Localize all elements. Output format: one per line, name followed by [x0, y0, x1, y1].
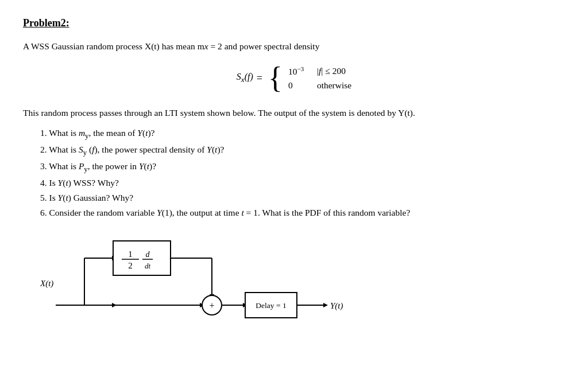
- svg-text:1: 1: [129, 250, 133, 259]
- formula-lhs: Sx(f): [237, 72, 253, 84]
- svg-marker-24: [323, 303, 328, 307]
- intro-part1: A WSS Gaussian random process X(t) has m…: [23, 41, 204, 51]
- svg-text:Delay = 1: Delay = 1: [256, 301, 287, 310]
- question-1: 1. What is my, the mean of Y(t)?: [40, 126, 565, 142]
- svg-text:+: +: [210, 301, 215, 310]
- svg-text:dt: dt: [145, 262, 151, 270]
- case1-condition: |f| ≤ 200: [317, 66, 346, 76]
- problem-title: Problem2:: [23, 17, 565, 29]
- question-5: 5. Is Y(t) Gaussian? Why?: [40, 190, 565, 205]
- questions-list: 1. What is my, the mean of Y(t)? 2. What…: [23, 126, 565, 221]
- passage-text: This random process passes through an LT…: [23, 106, 565, 120]
- input-label: X(t): [40, 279, 53, 289]
- case-row-2: 0 otherwise: [288, 80, 351, 91]
- svg-text:Y(t): Y(t): [330, 301, 343, 311]
- piecewise-brace: {: [268, 63, 283, 93]
- diagram-area: X(t) 1 2 d dt: [23, 232, 565, 336]
- question-3: 3. What is Py, the power in Y(t)?: [40, 159, 565, 176]
- intro-text: A WSS Gaussian random process X(t) has m…: [23, 40, 565, 53]
- diagram-svg: 1 2 d dt + Delay = 1: [56, 235, 400, 333]
- case1-value: 10−3: [288, 65, 311, 77]
- svg-text:d: d: [146, 250, 150, 259]
- case2-condition: otherwise: [317, 80, 351, 91]
- svg-rect-5: [113, 241, 171, 275]
- case2-value: 0: [288, 80, 311, 91]
- question-2: 2. What is Sy (f), the power spectral de…: [40, 142, 565, 159]
- diagram-container: 1 2 d dt + Delay = 1: [56, 235, 400, 333]
- case-row-1: 10−3 |f| ≤ 200: [288, 65, 351, 77]
- formula-equals: =: [257, 72, 262, 84]
- svg-text:2: 2: [129, 261, 133, 270]
- formula-block: Sx(f) = { 10−3 |f| ≤ 200 0 otherwise: [23, 63, 565, 93]
- intro-part2: = 2 and power spectral density: [208, 41, 320, 51]
- subscript-x: x: [204, 41, 208, 51]
- question-6: 6. Consider the random variable Y(1), th…: [40, 205, 565, 220]
- piecewise-cases: 10−3 |f| ≤ 200 0 otherwise: [288, 65, 351, 91]
- question-4: 4. Is Y(t) WSS? Why?: [40, 176, 565, 190]
